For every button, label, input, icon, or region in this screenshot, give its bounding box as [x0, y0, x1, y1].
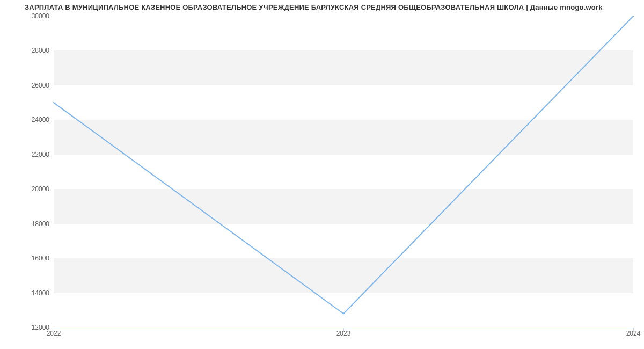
- x-tick-label: 2022: [47, 330, 61, 337]
- y-tick-label: 26000: [6, 82, 49, 89]
- y-tick-label: 20000: [6, 185, 49, 193]
- x-tick-label: 2023: [336, 330, 351, 337]
- x-tick-label: 2024: [626, 330, 641, 337]
- y-tick-label: 28000: [6, 47, 49, 54]
- y-tick-label: 12000: [6, 324, 49, 331]
- y-tick-label: 30000: [6, 12, 49, 20]
- line-series-svg: [54, 16, 633, 328]
- chart-container: ЗАРПЛАТА В МУНИЦИПАЛЬНОЕ КАЗЕННОЕ ОБРАЗО…: [0, 0, 644, 349]
- y-tick-label: 18000: [6, 220, 49, 228]
- chart-title: ЗАРПЛАТА В МУНИЦИПАЛЬНОЕ КАЗЕННОЕ ОБРАЗО…: [0, 3, 644, 11]
- y-tick-label: 16000: [6, 255, 49, 262]
- y-tick-label: 22000: [6, 151, 49, 158]
- y-tick-label: 24000: [6, 116, 49, 123]
- series-line: [54, 16, 633, 314]
- y-tick-label: 14000: [6, 289, 49, 297]
- plot-area: [54, 16, 633, 328]
